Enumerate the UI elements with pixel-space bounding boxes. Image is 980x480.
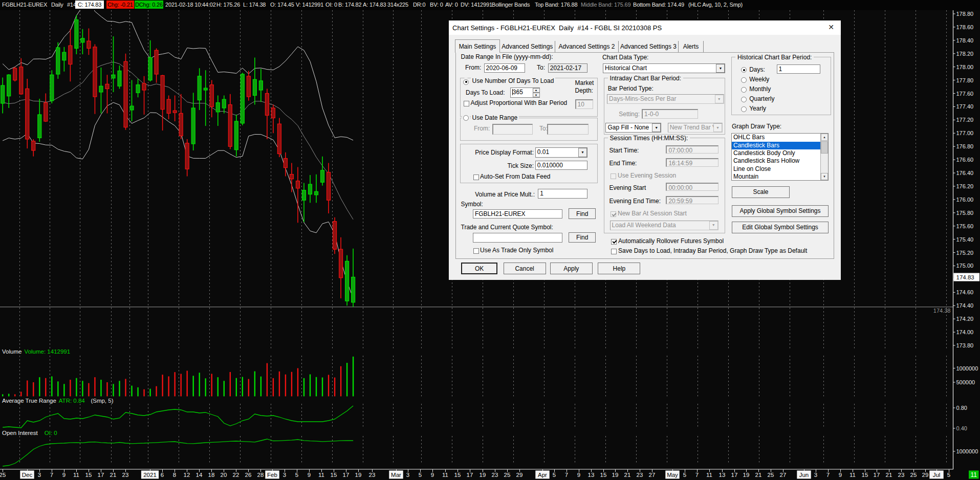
save-defaults-checkbox[interactable]	[611, 249, 617, 254]
market-depth-input[interactable]: 10	[575, 99, 593, 109]
svg-text:27: 27	[649, 472, 656, 478]
ok-button[interactable]: OK	[461, 263, 498, 274]
weekly-radio[interactable]	[741, 77, 747, 83]
listbox-item-candlestick-bars-hollow[interactable]: Candlestick Bars Hollow	[732, 157, 828, 165]
svg-text:177.60: 177.60	[956, 91, 974, 97]
spinner-up-icon[interactable]: ▲	[533, 88, 540, 93]
svg-text:17: 17	[98, 472, 104, 478]
tick-size-input[interactable]: 0.010000	[535, 161, 587, 170]
weekly-label: Weekly	[749, 76, 769, 83]
scroll-up-icon[interactable]: ▲	[821, 134, 828, 141]
svg-text:11: 11	[442, 472, 448, 478]
dropdown-arrow-icon[interactable]: ▼	[709, 221, 718, 230]
svg-text:9: 9	[308, 472, 311, 478]
scroll-thumb[interactable]	[821, 141, 828, 154]
volume-at-price-mult-input[interactable]: 1	[538, 189, 587, 199]
dropdown-arrow-icon[interactable]: ▼	[578, 148, 587, 157]
svg-text:175.40: 175.40	[956, 236, 974, 243]
svg-text:175.80: 175.80	[956, 210, 974, 216]
use-number-of-days-radio[interactable]	[463, 79, 469, 85]
close-icon[interactable]: ✕	[826, 23, 836, 31]
svg-text:5: 5	[419, 472, 422, 478]
apply-global-button[interactable]: Apply Global Symbol Settings	[732, 205, 829, 217]
end-time-input[interactable]: 16:14:59	[666, 158, 718, 166]
tab-advanced-settings-2[interactable]: Advanced Settings 2	[555, 41, 619, 53]
listbox-item-mountain[interactable]: Mountain	[732, 173, 828, 180]
atr-panel[interactable]	[3, 406, 353, 428]
adjust-proportional-checkbox[interactable]	[464, 101, 469, 106]
graph-draw-type-listbox[interactable]: OHLC BarsCandlestick BarsCandlestick Bod…	[731, 133, 829, 180]
spinner-down-icon[interactable]: ▼	[533, 93, 540, 97]
edit-global-button[interactable]: Edit Global Symbol Settings	[732, 222, 829, 233]
svg-text:9: 9	[62, 472, 66, 478]
from-date-input[interactable]: 2020-06-09	[484, 63, 525, 73]
gap-fill-combo[interactable]: Gap Fill - None▼	[605, 123, 661, 133]
evening-start-input[interactable]: 00:00:00	[666, 183, 718, 191]
dialog-title-bar[interactable]: Chart Settings - FGBLH21-EUREX Daily #14…	[449, 20, 841, 35]
chart-settings-dialog[interactable]: Chart Settings - FGBLH21-EUREX Daily #14…	[449, 20, 841, 280]
days-count-input[interactable]: 1	[777, 64, 820, 74]
market-label: Market	[575, 80, 594, 86]
listbox-scrollbar[interactable]: ▲▼	[820, 134, 828, 180]
tab-advanced-settings-3[interactable]: Advanced Settings 3	[619, 41, 679, 53]
listbox-item-candlestick-bars[interactable]: Candlestick Bars	[732, 142, 828, 149]
tab-alerts[interactable]: Alerts	[679, 41, 704, 53]
days-to-load-spinner[interactable]: ▲▼	[533, 88, 540, 98]
new-trend-bar-combo[interactable]: New Trend Bar V▼	[668, 123, 723, 133]
chart-data-type-combo[interactable]: Historical Chart▼	[603, 63, 725, 73]
scale-button[interactable]: Scale	[732, 186, 790, 198]
use-date-range-radio[interactable]	[463, 115, 469, 121]
listbox-item-ohlc-bars[interactable]: OHLC Bars	[732, 134, 828, 141]
use-as-trade-only-checkbox[interactable]	[473, 248, 479, 254]
scroll-down-icon[interactable]: ▼	[821, 173, 828, 180]
tab-main-settings[interactable]: Main Settings	[455, 39, 499, 53]
graph-draw-type-label: Graph Draw Type:	[732, 123, 781, 130]
svg-text:Dec: Dec	[22, 472, 33, 478]
apply-button[interactable]: Apply	[550, 263, 593, 274]
setting-input[interactable]: 1-0-0	[642, 109, 698, 119]
oi-panel[interactable]	[3, 439, 353, 466]
find-trade-symbol-button[interactable]: Find	[569, 232, 596, 243]
listbox-item-line-on-close[interactable]: Line on Close	[732, 165, 828, 173]
volume-panel[interactable]	[2, 357, 354, 397]
date-range-from-input[interactable]	[492, 124, 533, 135]
info-token-16: BV: 0	[430, 2, 443, 8]
dropdown-arrow-icon[interactable]: ▼	[713, 123, 722, 132]
cancel-button[interactable]: Cancel	[504, 263, 546, 274]
symbol-input[interactable]: FGBLH21-EUREX	[473, 209, 562, 219]
svg-text:174.60: 174.60	[956, 289, 974, 295]
session-times-group-label: Session Times (HH:MM:SS):	[608, 135, 690, 142]
historical-period-group-label: Historical Chart Bar Period:	[735, 54, 814, 61]
auto-rollover-checkbox[interactable]	[611, 239, 617, 245]
info-token-17: AV: 0	[445, 2, 458, 8]
trade-quote-symbol-label: Trade and Current Quote Symbol:	[461, 224, 553, 231]
yearly-radio[interactable]	[741, 106, 747, 112]
svg-text:17: 17	[343, 472, 350, 478]
trade-quote-symbol-input[interactable]	[473, 233, 562, 243]
price-display-format-combo[interactable]: 0.01▼	[535, 147, 587, 158]
svg-text:11: 11	[318, 472, 324, 478]
svg-text:Jul: Jul	[933, 472, 941, 478]
quarterly-radio[interactable]	[741, 97, 747, 102]
find-symbol-button[interactable]: Find	[569, 208, 596, 219]
svg-text:19: 19	[743, 472, 750, 478]
auto-set-checkbox[interactable]	[473, 174, 479, 180]
listbox-item-candlestick-body-only[interactable]: Candlestick Body Only	[732, 149, 828, 157]
help-button[interactable]: Help	[598, 263, 640, 274]
dropdown-arrow-icon[interactable]: ▼	[652, 123, 661, 132]
svg-text:177.00: 177.00	[956, 130, 974, 136]
weekend-data-combo[interactable]: Load All Weekend Data▼	[610, 221, 718, 230]
bar-period-type-combo[interactable]: Days-Mins-Secs Per Bar▼	[607, 94, 724, 104]
start-time-input[interactable]: 07:00:00	[666, 145, 718, 154]
monthly-radio[interactable]	[741, 87, 747, 93]
evening-end-input[interactable]: 20:59:59	[666, 196, 718, 204]
svg-text:178.60: 178.60	[956, 24, 974, 30]
to-date-input[interactable]: 2021-02-17	[548, 63, 587, 73]
svg-text:26: 26	[245, 472, 252, 478]
intraday-group-label: Intraday Chart Bar Period:	[608, 75, 683, 82]
dropdown-arrow-icon[interactable]: ▼	[716, 64, 725, 73]
date-range-to-input[interactable]	[547, 124, 589, 135]
tab-advanced-settings[interactable]: Advanced Settings	[500, 41, 555, 53]
dropdown-arrow-icon[interactable]: ▼	[715, 95, 724, 103]
info-token-1: Daily	[51, 2, 63, 8]
